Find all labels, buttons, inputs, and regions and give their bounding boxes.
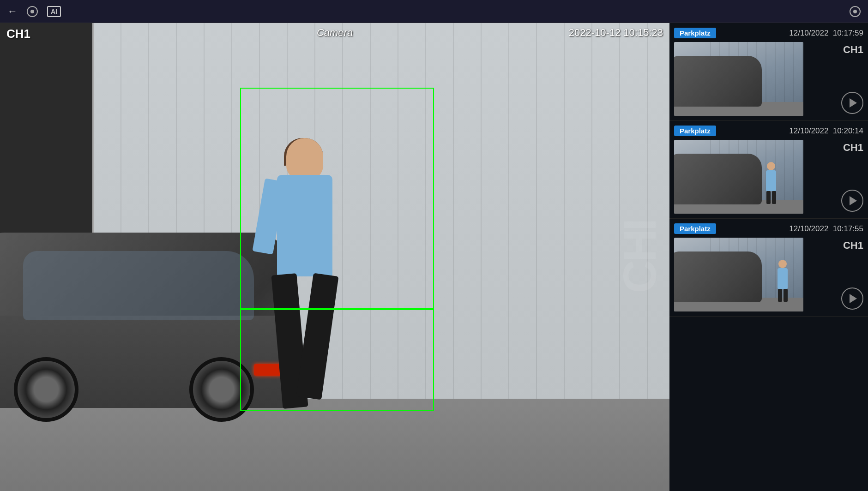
top-bar: ← AI (0, 0, 868, 23)
event-datetime-2: 12/10/2022 10:20:14 (789, 126, 863, 136)
detection-box-upper (240, 88, 434, 309)
event-datetime-1: 12/10/2022 10:17:59 (789, 29, 863, 38)
thumb-person-body-2 (766, 170, 776, 191)
right-panel: Parkplatz 12/10/2022 10:17:59 CH1 (669, 23, 868, 491)
play-button-3[interactable] (841, 287, 863, 310)
thumb-scene-1 (674, 42, 803, 116)
play-button-1[interactable] (841, 92, 863, 114)
thumb-person-legs-3 (776, 289, 790, 302)
thumb-person-leg-3b (784, 289, 788, 302)
event-header-3: Parkplatz 12/10/2022 10:17:55 (674, 223, 863, 234)
thumb-person-leg-3a (778, 289, 782, 302)
thumb-scene-3 (674, 238, 803, 311)
event-thumbnail-2 (674, 140, 803, 214)
osd-channel: CH1 (6, 27, 30, 41)
thumb-person-legs-2 (764, 191, 778, 204)
event-header-2: Parkplatz 12/10/2022 10:20:14 (674, 126, 863, 136)
event-ch-1: CH1 (843, 44, 863, 56)
thumb-person-head-3 (778, 260, 787, 268)
video-feed: CH1 Camera 2022-10-12 10:15:23 CHI (0, 23, 669, 491)
event-location-1: Parkplatz (674, 28, 716, 38)
scene: CH1 Camera 2022-10-12 10:15:23 CHI (0, 23, 669, 491)
thumb-person-body-3 (778, 268, 788, 289)
event-thumbnail-3 (674, 238, 803, 311)
target-icon[interactable] (27, 6, 38, 17)
event-card-2: Parkplatz 12/10/2022 10:20:14 (669, 121, 868, 219)
event-location-3: Parkplatz (674, 223, 716, 234)
back-icon[interactable]: ← (7, 6, 18, 18)
osd-camera-name: Camera (317, 27, 353, 39)
event-meta-3: CH1 (807, 238, 863, 311)
thumb-car-1 (674, 56, 762, 107)
event-datetime-3: 12/10/2022 10:17:55 (789, 224, 863, 234)
ai-badge: AI (47, 6, 61, 17)
play-button-2[interactable] (841, 190, 863, 212)
car-window (23, 251, 254, 320)
event-body-2: CH1 (674, 140, 863, 214)
thumb-person-leg-2b (772, 191, 776, 204)
event-meta-2: CH1 (807, 140, 863, 214)
event-card-1: Parkplatz 12/10/2022 10:17:59 CH1 (669, 23, 868, 121)
event-ch-2: CH1 (843, 142, 863, 154)
event-meta-1: CH1 (807, 42, 863, 116)
event-body-3: CH1 (674, 238, 863, 311)
event-card-3: Parkplatz 12/10/2022 10:17:55 (669, 219, 868, 317)
osd-datetime: 2022-10-12 10:15:23 (569, 27, 663, 39)
event-header-1: Parkplatz 12/10/2022 10:17:59 (674, 28, 863, 38)
car-wheel-back (14, 357, 78, 422)
event-body-1: CH1 (674, 42, 863, 116)
thumb-car-2 (674, 154, 762, 204)
main-content: CH1 Camera 2022-10-12 10:15:23 CHI Parkp… (0, 23, 868, 491)
event-thumbnail-1 (674, 42, 803, 116)
thumb-car-3 (674, 251, 762, 302)
thumb-person-3 (776, 260, 790, 301)
record-icon[interactable] (850, 6, 861, 17)
thumb-scene-2 (674, 140, 803, 214)
detection-box-lower (240, 309, 434, 411)
event-location-2: Parkplatz (674, 126, 716, 136)
thumb-person-leg-2a (766, 191, 771, 204)
event-ch-3: CH1 (843, 240, 863, 251)
thumb-person-head-2 (767, 162, 775, 170)
thumb-person-2 (764, 162, 778, 204)
